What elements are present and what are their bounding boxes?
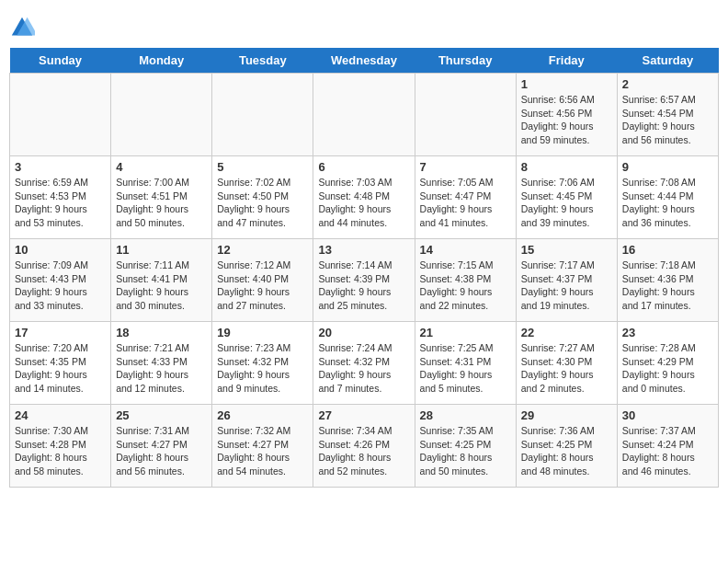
calendar-week-0: 1Sunrise: 6:56 AM Sunset: 4:56 PM Daylig…	[10, 74, 719, 156]
day-number: 13	[318, 243, 409, 257]
day-detail: Sunrise: 7:00 AM Sunset: 4:51 PM Dayligh…	[116, 176, 207, 230]
day-detail: Sunrise: 7:35 AM Sunset: 4:25 PM Dayligh…	[420, 424, 511, 478]
weekday-row: SundayMondayTuesdayWednesdayThursdayFrid…	[10, 48, 719, 74]
weekday-header-thursday: Thursday	[415, 48, 516, 74]
weekday-header-saturday: Saturday	[617, 48, 718, 74]
weekday-header-tuesday: Tuesday	[212, 48, 313, 74]
calendar-cell-w1-d4: 7Sunrise: 7:05 AM Sunset: 4:47 PM Daylig…	[415, 156, 516, 239]
day-detail: Sunrise: 7:21 AM Sunset: 4:33 PM Dayligh…	[116, 341, 207, 396]
day-detail: Sunrise: 7:23 AM Sunset: 4:32 PM Dayligh…	[217, 341, 308, 396]
day-number: 19	[217, 326, 308, 339]
day-detail: Sunrise: 7:09 AM Sunset: 4:43 PM Dayligh…	[15, 259, 106, 313]
calendar-cell-w4-d0: 24Sunrise: 7:30 AM Sunset: 4:28 PM Dayli…	[10, 405, 111, 488]
calendar-cell-w4-d4: 28Sunrise: 7:35 AM Sunset: 4:25 PM Dayli…	[415, 405, 516, 488]
day-detail: Sunrise: 6:59 AM Sunset: 4:53 PM Dayligh…	[15, 176, 106, 230]
page-header	[9, 9, 719, 40]
calendar-cell-w1-d1: 4Sunrise: 7:00 AM Sunset: 4:51 PM Daylig…	[111, 156, 212, 239]
day-number: 2	[622, 77, 713, 91]
calendar-cell-w2-d5: 15Sunrise: 7:17 AM Sunset: 4:37 PM Dayli…	[516, 239, 617, 322]
calendar-cell-w2-d4: 14Sunrise: 7:15 AM Sunset: 4:38 PM Dayli…	[415, 239, 516, 322]
day-number: 21	[420, 326, 511, 339]
day-number: 28	[420, 408, 511, 422]
calendar-cell-w0-d0	[10, 74, 111, 156]
day-number: 27	[318, 408, 409, 422]
day-detail: Sunrise: 7:30 AM Sunset: 4:28 PM Dayligh…	[15, 424, 106, 478]
day-number: 14	[420, 243, 511, 257]
day-detail: Sunrise: 7:15 AM Sunset: 4:38 PM Dayligh…	[420, 259, 511, 313]
day-detail: Sunrise: 7:18 AM Sunset: 4:36 PM Dayligh…	[622, 259, 713, 313]
day-number: 29	[521, 408, 612, 422]
day-number: 5	[217, 160, 308, 174]
day-detail: Sunrise: 7:34 AM Sunset: 4:26 PM Dayligh…	[318, 424, 409, 478]
calendar-cell-w2-d0: 10Sunrise: 7:09 AM Sunset: 4:43 PM Dayli…	[10, 239, 111, 322]
day-number: 6	[318, 160, 409, 174]
calendar-cell-w3-d4: 21Sunrise: 7:25 AM Sunset: 4:31 PM Dayli…	[415, 322, 516, 405]
calendar-body: 1Sunrise: 6:56 AM Sunset: 4:56 PM Daylig…	[10, 74, 719, 488]
calendar-cell-w4-d1: 25Sunrise: 7:31 AM Sunset: 4:27 PM Dayli…	[111, 405, 212, 488]
day-detail: Sunrise: 7:02 AM Sunset: 4:50 PM Dayligh…	[217, 176, 308, 230]
day-detail: Sunrise: 7:31 AM Sunset: 4:27 PM Dayligh…	[116, 424, 207, 478]
day-detail: Sunrise: 7:27 AM Sunset: 4:30 PM Dayligh…	[521, 341, 612, 396]
calendar-cell-w4-d6: 30Sunrise: 7:37 AM Sunset: 4:24 PM Dayli…	[617, 405, 718, 488]
calendar-cell-w2-d3: 13Sunrise: 7:14 AM Sunset: 4:39 PM Dayli…	[313, 239, 415, 322]
calendar-cell-w3-d5: 22Sunrise: 7:27 AM Sunset: 4:30 PM Dayli…	[516, 322, 617, 405]
calendar-cell-w4-d2: 26Sunrise: 7:32 AM Sunset: 4:27 PM Dayli…	[212, 405, 313, 488]
day-number: 24	[15, 408, 106, 422]
calendar-week-3: 17Sunrise: 7:20 AM Sunset: 4:35 PM Dayli…	[10, 322, 719, 405]
calendar-cell-w0-d6: 2Sunrise: 6:57 AM Sunset: 4:54 PM Daylig…	[617, 74, 718, 156]
day-detail: Sunrise: 7:05 AM Sunset: 4:47 PM Dayligh…	[420, 176, 511, 230]
day-number: 18	[116, 326, 207, 339]
day-number: 12	[217, 243, 308, 257]
day-number: 8	[521, 160, 612, 174]
calendar-cell-w0-d1	[111, 74, 212, 156]
calendar-cell-w0-d4	[415, 74, 516, 156]
day-detail: Sunrise: 7:12 AM Sunset: 4:40 PM Dayligh…	[217, 259, 308, 313]
day-number: 20	[318, 326, 409, 339]
weekday-header-monday: Monday	[111, 48, 212, 74]
weekday-header-friday: Friday	[516, 48, 617, 74]
calendar-cell-w1-d3: 6Sunrise: 7:03 AM Sunset: 4:48 PM Daylig…	[313, 156, 415, 239]
calendar-cell-w3-d3: 20Sunrise: 7:24 AM Sunset: 4:32 PM Dayli…	[313, 322, 415, 405]
day-number: 22	[521, 326, 612, 339]
day-number: 10	[15, 243, 106, 257]
day-number: 25	[116, 408, 207, 422]
calendar-cell-w1-d6: 9Sunrise: 7:08 AM Sunset: 4:44 PM Daylig…	[617, 156, 718, 239]
day-detail: Sunrise: 7:32 AM Sunset: 4:27 PM Dayligh…	[217, 424, 308, 478]
day-number: 11	[116, 243, 207, 257]
calendar-cell-w2-d1: 11Sunrise: 7:11 AM Sunset: 4:41 PM Dayli…	[111, 239, 212, 322]
calendar-header: SundayMondayTuesdayWednesdayThursdayFrid…	[10, 48, 719, 74]
day-detail: Sunrise: 7:37 AM Sunset: 4:24 PM Dayligh…	[622, 424, 713, 478]
calendar-table: SundayMondayTuesdayWednesdayThursdayFrid…	[9, 48, 719, 488]
day-detail: Sunrise: 7:08 AM Sunset: 4:44 PM Dayligh…	[622, 176, 713, 230]
calendar-cell-w4-d5: 29Sunrise: 7:36 AM Sunset: 4:25 PM Dayli…	[516, 405, 617, 488]
day-detail: Sunrise: 7:11 AM Sunset: 4:41 PM Dayligh…	[116, 259, 207, 313]
day-detail: Sunrise: 7:36 AM Sunset: 4:25 PM Dayligh…	[521, 424, 612, 478]
calendar-week-4: 24Sunrise: 7:30 AM Sunset: 4:28 PM Dayli…	[10, 405, 719, 488]
calendar-cell-w3-d2: 19Sunrise: 7:23 AM Sunset: 4:32 PM Dayli…	[212, 322, 313, 405]
calendar-week-1: 3Sunrise: 6:59 AM Sunset: 4:53 PM Daylig…	[10, 156, 719, 239]
day-detail: Sunrise: 7:28 AM Sunset: 4:29 PM Dayligh…	[622, 341, 713, 396]
day-detail: Sunrise: 7:20 AM Sunset: 4:35 PM Dayligh…	[15, 341, 106, 396]
day-number: 23	[622, 326, 713, 339]
logo-icon	[9, 15, 35, 40]
calendar-cell-w0-d3	[313, 74, 415, 156]
day-number: 15	[521, 243, 612, 257]
day-number: 26	[217, 408, 308, 422]
calendar-cell-w1-d2: 5Sunrise: 7:02 AM Sunset: 4:50 PM Daylig…	[212, 156, 313, 239]
day-number: 16	[622, 243, 713, 257]
logo	[9, 15, 39, 40]
day-number: 30	[622, 408, 713, 422]
calendar-cell-w0-d5: 1Sunrise: 6:56 AM Sunset: 4:56 PM Daylig…	[516, 74, 617, 156]
day-number: 17	[15, 326, 106, 339]
day-number: 4	[116, 160, 207, 174]
day-detail: Sunrise: 7:03 AM Sunset: 4:48 PM Dayligh…	[318, 176, 409, 230]
day-number: 1	[521, 77, 612, 91]
calendar-cell-w1-d5: 8Sunrise: 7:06 AM Sunset: 4:45 PM Daylig…	[516, 156, 617, 239]
day-number: 7	[420, 160, 511, 174]
calendar-cell-w3-d1: 18Sunrise: 7:21 AM Sunset: 4:33 PM Dayli…	[111, 322, 212, 405]
calendar-cell-w2-d6: 16Sunrise: 7:18 AM Sunset: 4:36 PM Dayli…	[617, 239, 718, 322]
day-number: 9	[622, 160, 713, 174]
day-detail: Sunrise: 6:57 AM Sunset: 4:54 PM Dayligh…	[622, 93, 713, 147]
calendar-cell-w2-d2: 12Sunrise: 7:12 AM Sunset: 4:40 PM Dayli…	[212, 239, 313, 322]
weekday-header-wednesday: Wednesday	[313, 48, 415, 74]
